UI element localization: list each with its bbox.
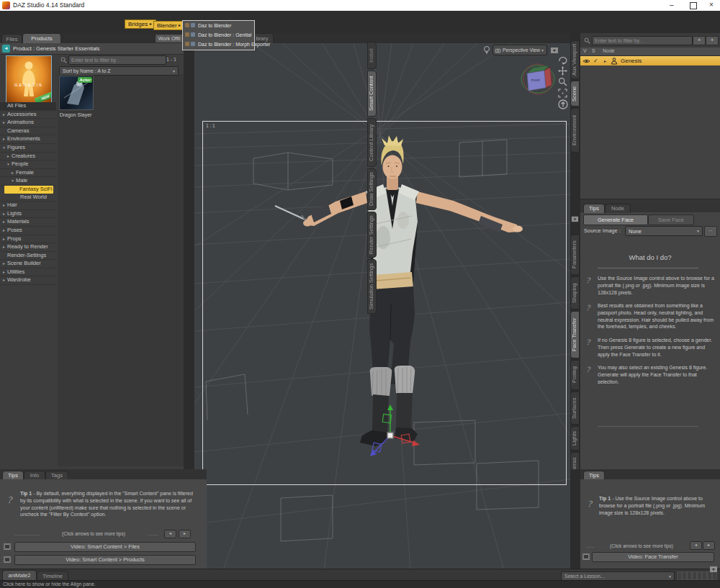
tab-simulation-settings[interactable]: Simulation Settings <box>367 259 377 314</box>
tab-face-transfer[interactable]: Face Transfer <box>570 311 580 358</box>
menu-item-daz-to-blender-morph-exporter[interactable]: Daz to Blender : Morph Exporter <box>183 40 254 49</box>
back-icon[interactable]: ◄ <box>2 45 10 53</box>
category-accessories[interactable]: ►Accessories <box>0 111 56 119</box>
category-figures[interactable]: ▼Figures <box>0 144 56 153</box>
tab-environment[interactable]: Environment <box>570 108 580 153</box>
selectable-check-icon[interactable]: ✓ <box>593 58 598 64</box>
lighting-icon[interactable] <box>482 45 491 58</box>
prev-tip-button[interactable]: ◄ <box>164 530 176 538</box>
source-image-dropdown[interactable]: None ▼ <box>625 226 703 236</box>
category-lights[interactable]: ►Lights <box>0 210 56 219</box>
viewport[interactable]: 1 : 1 <box>194 43 570 570</box>
lesson-step-button[interactable] <box>692 571 697 580</box>
tab-posing[interactable]: Posing <box>570 360 580 390</box>
tab-parameters[interactable]: Parameters <box>570 235 580 275</box>
tab-products[interactable]: Products <box>22 33 61 44</box>
add-filter-button[interactable]: + <box>693 36 706 45</box>
tab-files[interactable]: Files <box>1 34 22 44</box>
lesson-step-button[interactable] <box>682 571 687 580</box>
product-thumbnail[interactable]: GENESIS NEW <box>6 55 52 103</box>
category-all-files[interactable]: All Files <box>0 102 56 111</box>
scene-tree-empty[interactable] <box>580 65 720 199</box>
scene-node-genesis[interactable]: ✓ ► Genesis <box>580 56 720 65</box>
status-bar[interactable]: Click here to show or hide the Align pan… <box>0 580 720 588</box>
sort-dropdown[interactable]: Sort by Name : A to Z ▼ <box>59 66 179 76</box>
tab-surfaces[interactable]: Surfaces <box>570 392 580 425</box>
tab-timeline[interactable]: Timeline <box>37 571 68 581</box>
category-materials[interactable]: ►Materials <box>0 218 56 227</box>
next-tip-button[interactable]: ► <box>179 530 191 538</box>
browse-button[interactable]: ·· <box>704 226 717 237</box>
asset-label: Dragon Slayer <box>56 112 95 117</box>
blender-submenu: Daz to Blender Daz to Blender : Genital … <box>182 20 255 50</box>
video-smart-content-products-button[interactable]: Video: Smart Content > Products <box>14 555 196 565</box>
category-people[interactable]: ▼People <box>0 160 56 169</box>
category-female[interactable]: ►Female <box>0 169 56 178</box>
svg-text:Front: Front <box>531 78 541 83</box>
maximize-button[interactable] <box>690 2 697 9</box>
scene-filter-input[interactable]: Enter text to filter by . <box>592 36 693 45</box>
chevron-down-icon: ▼ <box>668 574 672 579</box>
category-animations[interactable]: ►Animations <box>0 119 56 127</box>
menu-blender[interactable]: Blender► <box>153 21 185 30</box>
actor-badge: Actor <box>78 77 92 83</box>
category-fantasy-scifi[interactable]: Fantasy SciFi <box>4 186 53 194</box>
next-tip-button[interactable]: ► <box>703 541 715 550</box>
category-real-world[interactable]: Real World <box>0 194 56 202</box>
tab-aux-viewport[interactable]: Aux Viewport <box>570 40 580 79</box>
menu-item-daz-to-blender[interactable]: Daz to Blender <box>183 21 254 30</box>
save-face-button[interactable]: Save Face <box>648 214 694 225</box>
view-cube[interactable]: Front <box>520 59 557 101</box>
tab-install[interactable]: Install <box>367 42 377 69</box>
minimize-button[interactable]: – <box>670 1 674 9</box>
tab-content-library[interactable]: Content Library <box>367 118 377 167</box>
category-ready-to-render[interactable]: ►Ready to Render <box>0 243 56 252</box>
lesson-step-button[interactable] <box>687 571 692 580</box>
expand-arrow-icon[interactable]: ► <box>603 59 607 63</box>
daz-logo-icon <box>185 32 189 37</box>
lesson-step-button[interactable] <box>702 571 707 580</box>
character-model[interactable] <box>194 43 570 570</box>
menu-item-daz-to-blender-genital[interactable]: Daz to Blender : Genital <box>183 30 254 40</box>
generate-face-button[interactable]: Generate Face <box>583 214 648 225</box>
tab-lights[interactable]: Lights <box>570 426 580 451</box>
tab-ft-tips[interactable]: Tips <box>583 204 605 213</box>
view-selector[interactable]: Perspective View ▼ <box>492 45 547 55</box>
lesson-step-button[interactable] <box>697 571 702 580</box>
category-environments[interactable]: ►Environments <box>0 135 56 144</box>
work-offline-button[interactable]: Work Offli <box>155 34 184 43</box>
category-poses[interactable]: ►Poses <box>0 227 56 235</box>
video-smart-content-files-button[interactable]: Video: Smart Content > Files <box>14 542 196 552</box>
tab-render-settings[interactable]: Render Settings <box>367 212 377 258</box>
filter-input[interactable]: Enter text to filter by . <box>68 55 166 65</box>
category-hair[interactable]: ►Hair <box>0 202 56 210</box>
visibility-eye-icon[interactable] <box>582 58 590 64</box>
add-filter-button-2[interactable]: + <box>706 36 719 45</box>
lesson-step-button[interactable] <box>677 571 682 580</box>
category-male[interactable]: ▼Male <box>0 177 56 186</box>
menu-bridges[interactable]: Bridges► <box>125 19 156 29</box>
tab-draw-settings[interactable]: Draw Settings <box>367 168 377 210</box>
category-cameras[interactable]: Cameras <box>0 127 56 136</box>
tab-scene[interactable]: Scene <box>570 81 580 107</box>
left-tips-pane: Tips Info Tags ? Tip 1 - By default, eve… <box>0 469 207 569</box>
tip-bullet-icon: ? <box>588 499 592 509</box>
tab-ft-node[interactable]: Node <box>605 204 631 213</box>
category-render-settings[interactable]: Render-Settings <box>0 252 56 261</box>
pane-options-icon[interactable] <box>709 564 718 576</box>
reset-view-icon[interactable] <box>558 99 568 112</box>
category-wardrobe[interactable]: ►Wardrobe <box>0 276 56 285</box>
close-button[interactable]: × <box>709 1 714 9</box>
tab-smart-content[interactable]: Smart Content <box>367 71 377 117</box>
video-face-transfer-button[interactable]: Video: Face Transfer <box>592 552 714 562</box>
category-creatures[interactable]: ►Creatures <box>0 153 56 161</box>
category-utilities[interactable]: ►Utilities <box>0 268 56 277</box>
tab-animate2[interactable]: aniMate2 <box>2 570 37 581</box>
category-scene-builder[interactable]: ►Scene Builder <box>0 260 56 268</box>
tab-shaping[interactable]: Shaping <box>570 276 580 309</box>
left-tip-text: Tip 1 - By default, everything displayed… <box>20 490 197 518</box>
pane-dock-icon[interactable] <box>571 213 579 226</box>
asset-thumbnail[interactable]: Actor <box>59 76 94 110</box>
category-props[interactable]: ►Props <box>0 235 56 244</box>
prev-tip-button[interactable]: ◄ <box>690 541 702 550</box>
